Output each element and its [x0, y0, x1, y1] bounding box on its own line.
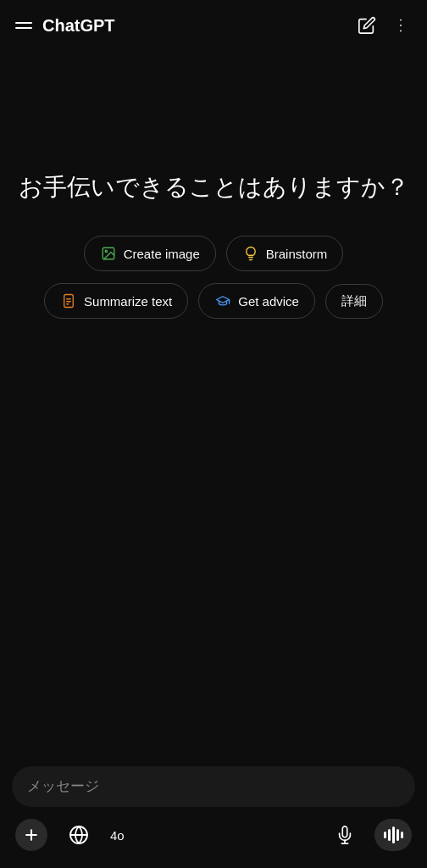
image-icon: [101, 246, 116, 261]
waveform-bar-1: [384, 832, 386, 838]
brainstorm-button[interactable]: Brainstorm: [226, 236, 344, 271]
get-advice-label: Get advice: [238, 294, 299, 309]
create-image-icon: [100, 245, 117, 262]
summarize-icon: [60, 292, 77, 309]
menu-button[interactable]: [15, 22, 32, 29]
waveform-bar-3: [392, 826, 395, 843]
waveform-bar-2: [388, 829, 391, 841]
globe-icon: [69, 825, 89, 845]
toolbar-right: [329, 819, 412, 851]
main-content: お手伝いできることはありますか？ Create image Brainstorm: [0, 153, 427, 336]
greeting-text: お手伝いできることはありますか？: [19, 170, 409, 205]
compose-icon: [358, 16, 376, 35]
plus-icon: [23, 826, 40, 843]
add-button[interactable]: [15, 819, 47, 851]
svg-point-1: [400, 25, 402, 26]
summarize-text-label: Summarize text: [84, 294, 172, 309]
more-options-button[interactable]: [390, 14, 412, 36]
bottom-toolbar: 4o: [12, 819, 415, 851]
lightbulb-icon: [243, 246, 258, 261]
graduation-icon: [215, 293, 230, 309]
action-buttons-row2: Summarize text Get advice 詳細: [44, 283, 383, 319]
create-image-button[interactable]: Create image: [84, 236, 216, 271]
brainstorm-icon: [242, 245, 259, 262]
more-icon: [391, 16, 410, 35]
toolbar-left: 4o: [15, 819, 125, 851]
waveform-button[interactable]: [374, 819, 412, 851]
input-container: [12, 766, 415, 807]
details-label: 詳細: [341, 293, 367, 308]
globe-button[interactable]: [63, 819, 95, 851]
model-label[interactable]: 4o: [110, 828, 125, 843]
svg-rect-5: [64, 295, 74, 308]
waveform-bar-5: [401, 832, 403, 838]
bottom-area: 4o: [0, 756, 427, 868]
app-title: ChatGPT: [42, 16, 115, 36]
action-buttons-row1: Create image Brainstorm: [84, 236, 344, 271]
svg-point-4: [105, 250, 107, 252]
get-advice-button[interactable]: Get advice: [198, 283, 315, 319]
details-button[interactable]: 詳細: [325, 284, 383, 319]
message-input[interactable]: [27, 778, 400, 795]
microphone-button[interactable]: [329, 819, 361, 851]
app-header: ChatGPT: [0, 0, 427, 51]
create-image-label: Create image: [124, 247, 200, 261]
compose-button[interactable]: [356, 14, 378, 36]
document-icon: [61, 293, 76, 309]
svg-point-0: [400, 19, 402, 21]
svg-point-2: [400, 31, 402, 32]
waveform-bar-4: [396, 829, 399, 841]
brainstorm-label: Brainstorm: [266, 247, 328, 261]
microphone-icon: [336, 826, 354, 844]
header-right: [356, 14, 412, 36]
header-left: ChatGPT: [15, 16, 115, 36]
get-advice-icon: [214, 292, 231, 309]
summarize-text-button[interactable]: Summarize text: [44, 283, 188, 319]
